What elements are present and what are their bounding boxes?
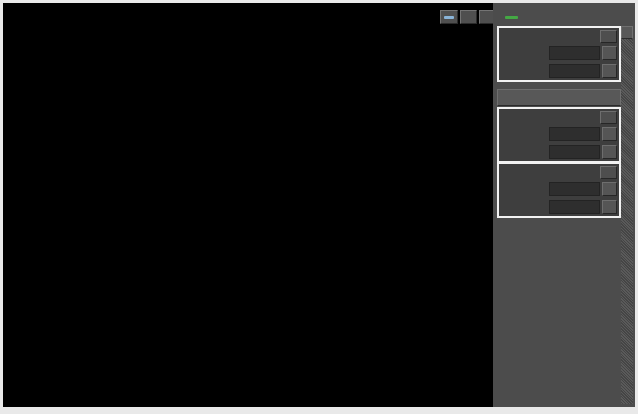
control-panel — [493, 3, 635, 407]
y-axis-button[interactable] — [479, 10, 494, 24]
time-section-header — [499, 28, 619, 44]
scroll-up-button[interactable] — [621, 26, 633, 39]
minimize-button[interactable] — [440, 10, 458, 24]
app-window — [0, 0, 638, 414]
panel-scrollbar[interactable] — [621, 26, 633, 404]
channel1-range-row — [499, 143, 619, 161]
scope-canvas[interactable] — [3, 3, 493, 407]
channel2-settings-button[interactable] — [600, 166, 617, 179]
scope-plot-widget — [3, 3, 493, 407]
channel1-offset-row — [499, 125, 619, 143]
time-position-row — [499, 44, 619, 62]
channel1-range-dropdown[interactable] — [602, 145, 617, 159]
time-position-dropdown[interactable] — [602, 46, 617, 60]
time-base-value[interactable] — [549, 64, 600, 78]
time-section — [497, 26, 621, 82]
channel1-settings-button[interactable] — [600, 111, 617, 124]
time-base-dropdown[interactable] — [602, 64, 617, 78]
channel1-section-header — [499, 109, 619, 125]
channel2-section — [497, 162, 621, 218]
channel2-offset-dropdown[interactable] — [602, 182, 617, 196]
channel2-range-row — [499, 198, 619, 216]
channel1-offset-value[interactable] — [549, 127, 600, 141]
time-base-row — [499, 62, 619, 80]
time-position-value[interactable] — [549, 46, 600, 60]
panel-collapse-handle[interactable] — [505, 16, 518, 19]
minimize-icon — [444, 16, 454, 19]
channel2-offset-row — [499, 180, 619, 198]
channel1-section — [497, 107, 621, 163]
add-channel-button[interactable] — [497, 89, 621, 106]
plot-settings-button[interactable] — [460, 10, 477, 24]
channel1-offset-dropdown[interactable] — [602, 127, 617, 141]
time-settings-button[interactable] — [600, 30, 617, 43]
channel2-section-header — [499, 164, 619, 180]
channel1-range-value[interactable] — [549, 145, 600, 159]
channel2-range-value[interactable] — [549, 200, 600, 214]
channel2-range-dropdown[interactable] — [602, 200, 617, 214]
channel2-offset-value[interactable] — [549, 182, 600, 196]
